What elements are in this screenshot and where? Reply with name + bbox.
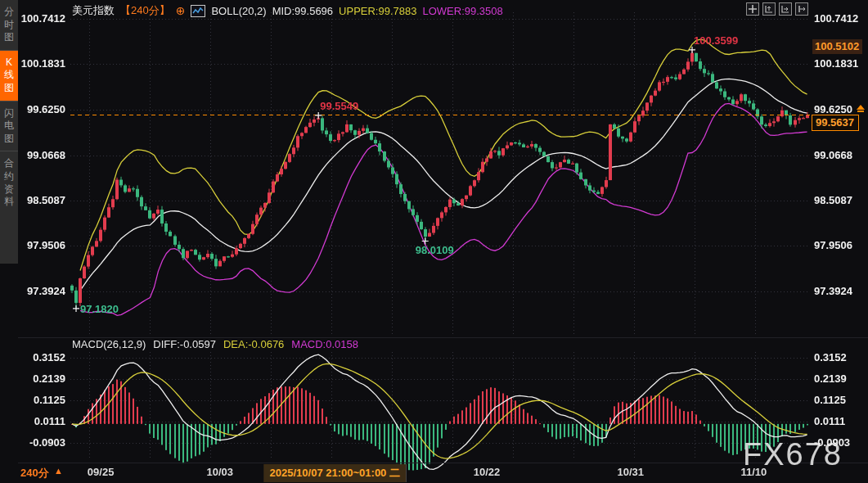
boll-upper-value: UPPER:99.7883: [339, 5, 416, 17]
price-axis-label: 100.7412: [16, 12, 65, 25]
boll-name-label: BOLL(20,2): [211, 5, 266, 17]
period-label: 【240分】: [120, 3, 170, 18]
price-axis-label: 99.0668: [814, 149, 863, 161]
price-axis-label: 100.1831: [814, 57, 863, 70]
date-tick-label: 11/10: [740, 466, 767, 478]
high-price-annotation: 100.3599: [694, 34, 738, 47]
macd-axis-label: 0.0111: [814, 415, 863, 427]
price-axis-label: 98.5087: [16, 194, 65, 206]
price-axis-label: 100.1831: [16, 57, 65, 70]
add-indicator-icon[interactable]: ⊕: [176, 5, 186, 16]
chart-header: 美元指数 【240分】 ⊕ BOLL(20,2) MID:99.5696 UPP…: [72, 3, 503, 18]
macd-axis-label: 0.3152: [814, 351, 863, 363]
footer-period-label[interactable]: 240分: [20, 466, 49, 481]
current-price-tag: 99.5637: [812, 115, 859, 131]
go-to-latest-icon[interactable]: [795, 2, 808, 16]
macd-header: MACD(26,12,9) DIFF:-0.0597 DEA:-0.0676 M…: [72, 338, 358, 350]
time-axis-bar: 240分 ▲ 2025/10/07 21:00~01:00 二 09/2510/…: [0, 463, 868, 483]
macd-axis-label: 0.2139: [16, 372, 65, 385]
macd-macd-value: MACD:0.0158: [291, 338, 358, 350]
symbol-title: 美元指数: [72, 3, 115, 18]
price-axis-label: 99.0668: [16, 149, 65, 161]
price-axis-label: 97.3924: [16, 285, 65, 297]
macd-axis-label: 0.3152: [16, 351, 65, 363]
trading-app-window: 分时图K线图闪电图合约资料 美元指数 【240分】 ⊕ BOLL(20,2) M…: [0, 0, 868, 483]
sidebar-tab-0[interactable]: 分时图: [0, 0, 18, 50]
date-tick-label: 10/03: [206, 466, 233, 478]
sidebar-tab-2[interactable]: 闪电图: [0, 101, 18, 151]
chart-type-sidebar: 分时图K线图闪电图合约资料: [0, 0, 18, 264]
macd-axis-label: 0.1125: [814, 394, 863, 406]
price-axis-label: 97.9506: [16, 239, 65, 251]
high-price-annotation: 99.5549: [320, 100, 358, 112]
macd-axis-label: -0.0903: [16, 436, 65, 449]
price-up-arrow-icon: [857, 105, 865, 110]
session-high-tag: 100.5102: [812, 39, 862, 54]
date-tick-label: 10/22: [474, 466, 501, 478]
price-axis-label: 97.3924: [814, 285, 863, 297]
chart-canvas[interactable]: [0, 0, 868, 483]
macd-diff-value: DIFF:-0.0597: [153, 338, 216, 350]
price-axis-label: 99.6250: [814, 103, 863, 115]
macd-axis-label: 0.0111: [16, 415, 65, 427]
date-tick-label: 10/31: [617, 466, 644, 478]
chart-toolbar: [746, 2, 808, 16]
low-price-annotation: 97.1820: [80, 303, 119, 315]
macd-axis-label: -0.0903: [814, 436, 863, 449]
price-axis-label: 98.5087: [814, 194, 863, 206]
macd-dea-value: DEA:-0.0676: [223, 338, 284, 350]
price-axis-label: 99.6250: [16, 103, 65, 115]
footer-up-triangle-icon[interactable]: ▲: [54, 466, 63, 476]
compress-x-axis-icon[interactable]: [779, 2, 792, 16]
date-tick-label: 09/25: [88, 466, 115, 478]
macd-axis-label: 0.2139: [814, 372, 863, 385]
chart-style-icon[interactable]: [191, 5, 205, 17]
boll-lower-value: LOWER:99.3508: [422, 5, 502, 17]
macd-axis-label: 0.1125: [16, 394, 65, 406]
sidebar-tab-3[interactable]: 合约资料: [0, 151, 18, 214]
low-price-annotation: 98.0109: [416, 244, 454, 256]
price-axis-label: 100.7412: [814, 12, 863, 25]
macd-name-label: MACD(26,12,9): [72, 338, 146, 350]
sidebar-tab-1[interactable]: K线图: [0, 50, 18, 101]
move-crosshair-icon[interactable]: [746, 2, 759, 16]
compress-y-axis-icon[interactable]: [762, 2, 776, 16]
boll-mid-value: MID:99.5696: [272, 5, 333, 17]
price-axis-label: 97.9506: [814, 239, 863, 251]
selected-candle-date: 2025/10/07 21:00~01:00 二: [264, 464, 406, 482]
